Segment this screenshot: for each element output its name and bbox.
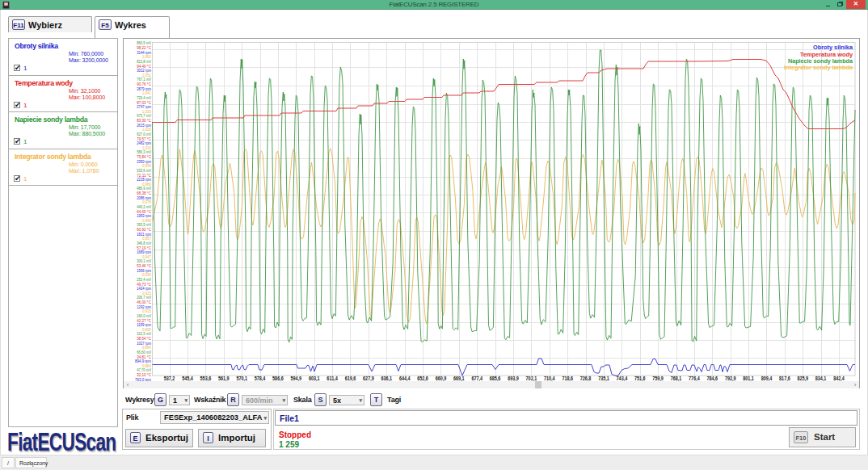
svg-text:Integrator sondy lambda: Integrator sondy lambda	[784, 64, 853, 71]
